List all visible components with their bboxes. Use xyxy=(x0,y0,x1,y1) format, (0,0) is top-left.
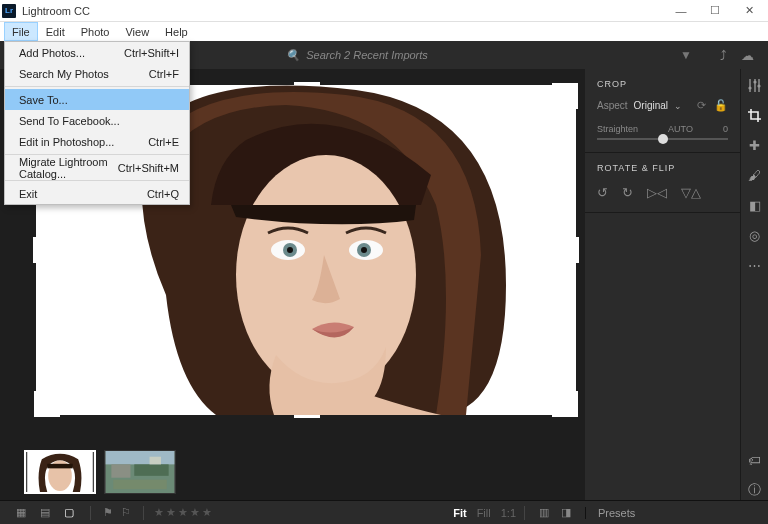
cloud-sync-icon[interactable]: ☁ xyxy=(741,48,754,63)
crop-handle-bl[interactable] xyxy=(34,391,60,417)
svg-point-4 xyxy=(287,247,293,253)
file-menu-dropdown: Add Photos...Ctrl+Shift+I Search My Phot… xyxy=(4,41,190,205)
svg-point-7 xyxy=(361,247,367,253)
window-maximize-button[interactable]: ☐ xyxy=(698,0,732,22)
menu-edit-in-photoshop[interactable]: Edit in Photoshop...Ctrl+E xyxy=(5,131,189,152)
filmstrip xyxy=(0,444,585,500)
rotate-ccw-icon[interactable]: ↺ xyxy=(597,185,608,200)
more-tools-icon[interactable]: ⋯ xyxy=(745,255,765,275)
lock-icon[interactable]: 🔓 xyxy=(714,99,728,112)
chevron-down-icon[interactable]: ⌄ xyxy=(674,101,682,111)
menu-migrate-catalog[interactable]: Migrate Lightroom Catalog...Ctrl+Shift+M xyxy=(5,157,189,178)
straighten-value: 0 xyxy=(723,124,728,134)
flip-vertical-icon[interactable]: ▽△ xyxy=(681,185,701,200)
window-minimize-button[interactable]: ― xyxy=(664,0,698,22)
svg-rect-16 xyxy=(150,457,161,465)
show-original-icon[interactable]: ▥ xyxy=(539,506,549,519)
svg-point-20 xyxy=(748,86,751,89)
svg-rect-10 xyxy=(47,464,72,469)
search-field[interactable]: 🔍 Search 2 Recent Imports xyxy=(286,49,428,62)
straighten-slider[interactable]: Straighten AUTO 0 xyxy=(597,124,728,140)
flag-pick-icon[interactable]: ⚑ xyxy=(103,506,113,519)
svg-point-22 xyxy=(757,84,760,87)
window-titlebar: Lr Lightroom CC ― ☐ ✕ xyxy=(0,0,768,22)
flag-reject-icon[interactable]: ⚐ xyxy=(121,506,131,519)
info-icon[interactable]: ⓘ xyxy=(745,480,765,500)
rotate-cw-icon[interactable]: ↻ xyxy=(622,185,633,200)
thumbnail-1[interactable] xyxy=(24,450,96,494)
menu-add-photos[interactable]: Add Photos...Ctrl+Shift+I xyxy=(5,42,189,63)
search-placeholder: Search 2 Recent Imports xyxy=(306,49,428,61)
compare-icon[interactable]: ◨ xyxy=(561,506,571,519)
linear-gradient-icon[interactable]: ◧ xyxy=(745,195,765,215)
crop-handle-right[interactable] xyxy=(576,237,579,263)
menu-search-my-photos[interactable]: Search My PhotosCtrl+F xyxy=(5,63,189,84)
menubar: File Edit Photo View Help xyxy=(0,22,768,41)
auto-button[interactable]: AUTO xyxy=(668,124,693,134)
menu-separator xyxy=(5,86,189,87)
crop-tool-icon[interactable] xyxy=(745,105,765,125)
photo-grid-view-icon[interactable]: ▦ xyxy=(14,507,28,519)
rotate-flip-title: ROTATE & FLIP xyxy=(597,163,728,173)
thumbnail-2[interactable] xyxy=(104,450,176,494)
adjust-tool-icon[interactable] xyxy=(745,75,765,95)
aspect-value[interactable]: Original xyxy=(634,100,668,111)
svg-rect-15 xyxy=(113,480,166,490)
rating-stars[interactable]: ★★★★★ xyxy=(144,506,224,519)
healing-brush-icon[interactable]: ✚ xyxy=(745,135,765,155)
keywords-icon[interactable]: 🏷 xyxy=(745,450,765,470)
straighten-label: Straighten xyxy=(597,124,638,134)
crop-handle-br[interactable] xyxy=(552,391,578,417)
brush-tool-icon[interactable]: 🖌 xyxy=(745,165,765,185)
menu-edit[interactable]: Edit xyxy=(38,22,73,41)
crop-handle-bottom[interactable] xyxy=(294,415,320,418)
detail-view-icon[interactable]: ▢ xyxy=(62,507,76,519)
svg-rect-14 xyxy=(134,464,168,475)
rotate-flip-group: ROTATE & FLIP ↺ ↻ ▷◁ ▽△ xyxy=(585,153,740,213)
slider-knob[interactable] xyxy=(658,134,668,144)
window-close-button[interactable]: ✕ xyxy=(732,0,766,22)
menu-photo[interactable]: Photo xyxy=(73,22,118,41)
flip-horizontal-icon[interactable]: ▷◁ xyxy=(647,185,667,200)
svg-point-21 xyxy=(753,80,756,83)
square-grid-view-icon[interactable]: ▤ xyxy=(38,507,52,519)
crop-handle-top[interactable] xyxy=(294,82,320,85)
app-icon: Lr xyxy=(2,4,16,18)
filter-button[interactable]: ▼ xyxy=(666,48,706,62)
menu-exit[interactable]: ExitCtrl+Q xyxy=(5,183,189,204)
crop-group: CROP Aspect Original ⌄ ⟳ 🔓 Straighten AU… xyxy=(585,69,740,153)
tool-rail: ✚ 🖌 ◧ ◎ ⋯ 🏷 ⓘ xyxy=(740,69,768,500)
menu-file[interactable]: File xyxy=(4,22,38,41)
zoom-1to1[interactable]: 1:1 xyxy=(501,507,516,519)
edit-panel: CROP Aspect Original ⌄ ⟳ 🔓 Straighten AU… xyxy=(585,69,740,500)
crop-title: CROP xyxy=(597,79,728,89)
rotate-aspect-icon[interactable]: ⟳ xyxy=(697,99,706,112)
zoom-modes: Fit Fill 1:1 xyxy=(453,507,524,519)
menu-save-to[interactable]: Save To... xyxy=(5,89,189,110)
zoom-fit[interactable]: Fit xyxy=(453,507,466,519)
svg-rect-12 xyxy=(106,451,175,464)
radial-gradient-icon[interactable]: ◎ xyxy=(745,225,765,245)
presets-label[interactable]: Presets xyxy=(598,507,635,519)
crop-handle-tr[interactable] xyxy=(552,83,578,109)
menu-send-to-facebook[interactable]: Send To Facebook... xyxy=(5,110,189,131)
menu-help[interactable]: Help xyxy=(157,22,196,41)
menu-separator xyxy=(5,180,189,181)
share-icon[interactable]: ⤴ xyxy=(720,48,727,63)
menu-view[interactable]: View xyxy=(117,22,157,41)
aspect-label: Aspect xyxy=(597,100,628,111)
window-title: Lightroom CC xyxy=(22,5,664,17)
bottom-bar: ▦ ▤ ▢ ⚑ ⚐ ★★★★★ Fit Fill 1:1 ▥ ◨ Presets xyxy=(0,500,768,524)
crop-handle-left[interactable] xyxy=(33,237,36,263)
zoom-fill[interactable]: Fill xyxy=(477,507,491,519)
svg-rect-13 xyxy=(111,464,130,477)
search-icon: 🔍 xyxy=(286,49,300,62)
